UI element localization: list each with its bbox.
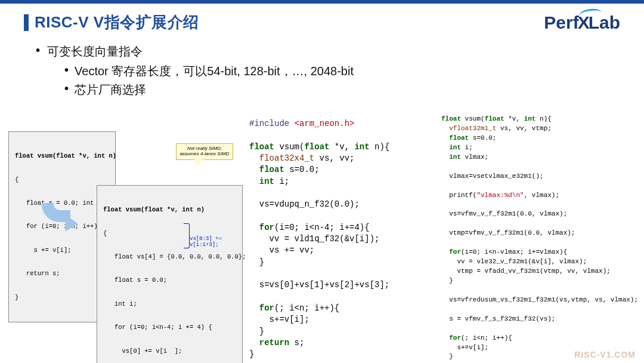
riscv-vector-code: float vsum(float *v, int n){ vfloat32m1_… [441,115,638,363]
bullet-dot [36,44,40,60]
bullet-l2a-text: Vector 寄存器长度，可以54-bit, 128-bit，…, 2048-b… [75,63,354,79]
bullet-level2-b: 芯片厂商选择 [64,82,620,98]
code-line: for (i=0; i<n; i++) [15,223,109,230]
code-line: for (i=0; i<n-4; i += 4) { [103,324,236,331]
bullet-dot [64,63,69,79]
code-line: float vsum(float *v, int n) [103,206,236,214]
bullet-level2-a: Vector 寄存器长度，可以54-bit, 128-bit，…, 2048-b… [64,63,620,79]
title-row: RISC-V V指令扩展介绍 [24,12,199,33]
header: RISC-V V指令扩展介绍 Perf X Lab [0,4,644,39]
code-line: vs[0] += v[i ]; [103,347,236,355]
bullet-dot [64,82,69,98]
bullet-level1: 可变长度向量指令 [36,44,620,60]
code-line: int i; [103,300,236,308]
brace-icon [184,223,190,248]
code-line: float vs[4] = {0.0, 0.0, 0.0, 0.0}; [103,253,236,261]
transform-arrow-icon [42,203,70,222]
arm-neon-code: #include <arm_neon.h> float vsum(float *… [249,118,435,361]
code-line: float s = 0.0; [103,276,236,284]
perfxlab-logo: Perf X Lab [544,13,620,33]
logo-x-text: X [578,13,590,33]
simd-callout: Not really SIMD; assumes 4-lanes SIMD [176,143,233,160]
bullet-content: 可变长度向量指令 Vector 寄存器长度，可以54-bit, 128-bit，… [0,39,644,98]
code-line: s += v[i]; [15,247,109,254]
title-accent [24,14,29,31]
watermark-text: RISC-V1.COM [574,350,636,359]
code-line: { [15,176,109,184]
bullet-l1-text: 可变长度向量指令 [47,44,143,60]
unrolled-code-box: float vsum(float *v, int n) { float vs[4… [97,185,243,363]
logo-perf-text: Perf [544,13,578,33]
code-line: return s; [15,270,109,278]
vector-annotation: vs[0:3] += v[i:i+3]; [190,236,246,248]
slide-title: RISC-V V指令扩展介绍 [35,12,199,33]
callout-line2: assumes 4-lanes SIMD [179,152,230,157]
code-line: } [15,294,109,302]
code-line: float vsum(float *v, int n) [15,152,109,160]
bullet-l2b-text: 芯片厂商选择 [75,82,146,98]
